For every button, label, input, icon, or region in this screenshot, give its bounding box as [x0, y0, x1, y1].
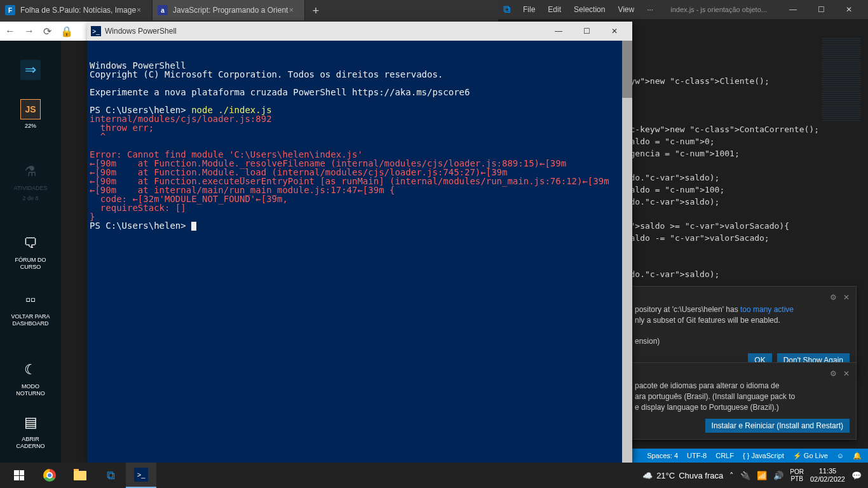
chat-icon: 🗨	[20, 233, 41, 254]
gear-icon[interactable]: ⚙	[830, 369, 837, 378]
notification-text: pacote de idiomas para alterar o idioma …	[635, 381, 850, 412]
language-indicator[interactable]: PORPTB	[790, 468, 804, 482]
time: 11:35	[810, 467, 845, 475]
browser-tab-js[interactable]: a JavaScript: Programando a Orient ×	[153, 0, 305, 20]
powershell-titlebar[interactable]: >_ Windows PowerShell — ☐ ✕	[87, 22, 632, 41]
clock[interactable]: 11:35 02/02/2022	[810, 467, 845, 484]
close-button[interactable]: ✕	[600, 22, 628, 40]
notebook-icon: ▤	[20, 412, 41, 433]
install-restart-button[interactable]: Instalar e Reiniciar (Install and Restar…	[705, 419, 850, 433]
flask-icon: ⚗	[20, 161, 41, 182]
powershell-taskbar[interactable]: >_	[126, 463, 156, 488]
dashboard-icon: ▫▫	[20, 290, 41, 310]
vscode-window-title: index.js - js orientação objeto...	[661, 6, 776, 13]
notification-git: ⚙ ✕ pository at 'c:\Users\helen' has too…	[628, 286, 857, 374]
menu-view[interactable]: View	[613, 3, 639, 17]
close-icon[interactable]: ×	[289, 6, 299, 15]
weather-temp: 21°C	[656, 471, 675, 480]
js-percent: 22%	[25, 123, 36, 130]
status-spaces[interactable]: Spaces: 4	[647, 452, 678, 459]
gear-icon[interactable]: ⚙	[830, 293, 837, 302]
menu-file[interactable]: File	[518, 3, 540, 17]
scrollbar[interactable]	[622, 41, 632, 463]
site-icon: a	[158, 5, 168, 15]
powershell-terminal[interactable]: Windows PowerShell Copyright (C) Microso…	[87, 41, 632, 463]
maximize-button[interactable]: ☐	[807, 0, 835, 19]
course-sidebar: ⇒ JS 22% ⚗ ATIVIDADES 2 de 8 🗨 FÓRUM DO …	[0, 41, 61, 463]
close-icon[interactable]: ✕	[843, 293, 850, 302]
weather-desc: Chuva fraca	[679, 471, 723, 480]
windows-taskbar: ⧉ >_ ☁️ 21°C Chuva fraca ˄ 🔌 📶 🔊 PORPTB …	[0, 463, 868, 488]
notifications-icon[interactable]: 💬	[851, 471, 862, 480]
chrome-taskbar[interactable]	[34, 463, 65, 488]
vscode-taskbar[interactable]: ⧉	[95, 463, 126, 488]
new-tab-button[interactable]: +	[305, 0, 327, 22]
sidebar-atividades[interactable]: ⚗ ATIVIDADES 2 de 8	[14, 161, 48, 202]
status-bell-icon[interactable]: 🔔	[853, 452, 862, 460]
status-eol[interactable]: CRLF	[715, 452, 734, 459]
forum-label: FÓRUM DO CURSO	[8, 257, 53, 271]
powershell-window: >_ Windows PowerShell — ☐ ✕ Windows Powe…	[87, 22, 632, 463]
menu-selection[interactable]: Selection	[569, 3, 610, 17]
minimize-button[interactable]: —	[545, 22, 573, 40]
system-tray: ☁️ 21°C Chuva fraca ˄ 🔌 📶 🔊 PORPTB 11:35…	[642, 467, 864, 484]
menu-more[interactable]: ···	[642, 3, 658, 17]
sidebar-js[interactable]: JS 22%	[20, 99, 41, 130]
weather-icon: ☁️	[642, 471, 653, 480]
tray-volume-icon[interactable]: 🔊	[773, 471, 783, 480]
tray-chevron-icon[interactable]: ˄	[729, 471, 734, 480]
site-icon: F	[5, 5, 15, 15]
status-golive[interactable]: ⚡ Go Live	[793, 452, 828, 460]
js-icon: JS	[20, 99, 41, 119]
moon-icon: ☾	[20, 360, 41, 380]
back-icon[interactable]: ←	[5, 25, 15, 37]
status-encoding[interactable]: UTF-8	[687, 452, 707, 459]
close-icon[interactable]: ✕	[843, 369, 850, 378]
start-button[interactable]	[4, 463, 34, 488]
vscode-icon: ⧉	[503, 4, 510, 15]
voltar-label: VOLTAR PARA DASHBOARD	[6, 313, 55, 327]
status-lang[interactable]: { } JavaScript	[743, 452, 784, 459]
reload-icon[interactable]: ⟳	[43, 25, 51, 37]
tab-title: JavaScript: Programando a Orient	[173, 6, 289, 15]
tray-power-icon[interactable]: 🔌	[740, 471, 750, 480]
tray-wifi-icon[interactable]: 📶	[757, 471, 767, 480]
atividades-label: ATIVIDADES	[14, 185, 48, 192]
minimap[interactable]	[822, 38, 860, 121]
close-button[interactable]: ✕	[835, 0, 863, 19]
status-feedback-icon[interactable]: ☺	[837, 452, 844, 459]
maximize-button[interactable]: ☐	[573, 22, 600, 40]
tab-title: Folha de S.Paulo: Notícias, Image	[20, 6, 137, 15]
sidebar-forum[interactable]: 🗨 FÓRUM DO CURSO	[8, 233, 53, 271]
date: 02/02/2022	[810, 475, 845, 484]
notification-text: pository at 'c:\Users\helen' has too man…	[635, 304, 850, 347]
notification-language: ⚙ ✕ pacote de idiomas para alterar o idi…	[628, 362, 857, 440]
sidebar-caderno[interactable]: ▤ ABRIR CADERNO	[8, 412, 53, 450]
powershell-title: Windows PowerShell	[105, 27, 545, 36]
minimize-button[interactable]: —	[779, 0, 807, 19]
atividades-count: 2 de 8	[22, 195, 38, 202]
browser-tab-folha[interactable]: F Folha de S.Paulo: Notícias, Image ×	[0, 0, 153, 20]
arrow-icon: ⇒	[20, 60, 41, 80]
scroll-thumb[interactable]	[622, 41, 632, 98]
sidebar-voltar[interactable]: ▫▫ VOLTAR PARA DASHBOARD	[6, 290, 55, 327]
forward-icon[interactable]: →	[24, 25, 34, 37]
sidebar-home[interactable]: ⇒	[20, 60, 41, 80]
sidebar-modo-noturno[interactable]: ☾ MODO NOTURNO	[8, 360, 53, 397]
explorer-taskbar[interactable]	[65, 463, 95, 488]
lock-icon: 🔒	[60, 25, 73, 37]
caderno-label: ABRIR CADERNO	[8, 436, 53, 450]
powershell-icon: >_	[91, 26, 101, 36]
browser-nav-bar: ← → ⟳ 🔒	[0, 22, 87, 41]
vscode-titlebar: ⧉ File Edit Selection View ··· index.js …	[498, 0, 868, 19]
weather-widget[interactable]: ☁️ 21°C Chuva fraca	[642, 471, 723, 480]
close-icon[interactable]: ×	[137, 6, 147, 15]
modo-label: MODO NOTURNO	[8, 383, 53, 397]
menu-edit[interactable]: Edit	[543, 3, 566, 17]
